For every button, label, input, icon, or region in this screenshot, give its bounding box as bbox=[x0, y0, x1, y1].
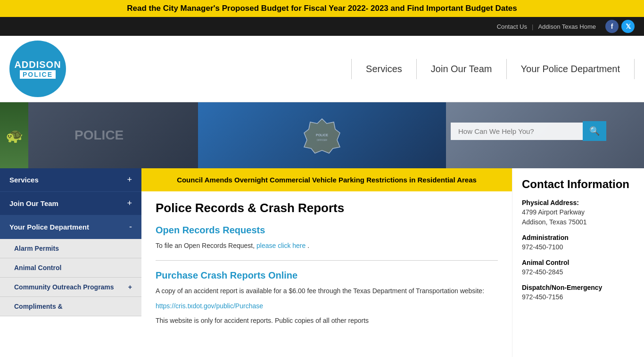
contact-field-2: Animal Control 972-450-2845 bbox=[522, 259, 635, 277]
nav-your-police-department[interactable]: Your Police Department bbox=[507, 59, 635, 79]
sidebar-sub-item-alarm-permits[interactable]: Alarm Permits bbox=[0, 239, 141, 258]
facebook-icon[interactable]: f bbox=[605, 20, 619, 33]
addison-home-link[interactable]: Addison Texas Home bbox=[538, 23, 596, 30]
svg-text:POLICE: POLICE bbox=[316, 133, 328, 137]
contact-value-3: 972-450-7156 bbox=[522, 292, 635, 302]
content-body: Police Records & Crash Reports Open Reco… bbox=[141, 191, 512, 341]
content-alert-text: Council Amends Overnight Commercial Vehi… bbox=[177, 176, 477, 184]
contact-heading: Contact Information bbox=[522, 178, 635, 191]
sidebar-expand-police-dept: - bbox=[129, 222, 132, 232]
contact-field-1: Administration 972-450-7100 bbox=[522, 234, 635, 252]
section-heading-open-records: Open Records Requests bbox=[156, 225, 498, 236]
logo-circle[interactable]: ADDISON POLICE bbox=[9, 41, 66, 97]
contact-label-0: Physical Address: bbox=[522, 199, 635, 206]
contact-us-link[interactable]: Contact Us bbox=[497, 23, 527, 30]
social-icons: f 𝕏 bbox=[605, 20, 635, 33]
sidebar-sub-label-compliments: Compliments & bbox=[14, 303, 63, 310]
sidebar-expand-join: + bbox=[127, 198, 132, 208]
contact-label-2: Animal Control bbox=[522, 259, 635, 266]
search-button[interactable]: 🔍 bbox=[583, 121, 606, 141]
section-divider bbox=[156, 260, 498, 261]
sidebar-sub-item-community-outreach[interactable]: Community Outreach Programs + bbox=[0, 278, 141, 297]
sidebar-expand-services: + bbox=[127, 175, 132, 185]
left-sidebar: Services + Join Our Team + Your Police D… bbox=[0, 168, 141, 357]
content-area: Council Amends Overnight Commercial Vehi… bbox=[141, 168, 512, 357]
utility-separator: | bbox=[532, 23, 533, 30]
section-heading-crash-reports: Purchase Crash Reports Online bbox=[156, 270, 498, 281]
nav-join-our-team[interactable]: Join Our Team bbox=[417, 59, 507, 79]
contact-value-1: 972-450-7100 bbox=[522, 242, 635, 252]
content-alert-banner[interactable]: Council Amends Overnight Commercial Vehi… bbox=[141, 168, 512, 191]
announcement-bar[interactable]: Read the City Manager's Proposed Budget … bbox=[0, 0, 644, 17]
contact-field-3: Dispatch/Non-Emergency 972-450-7156 bbox=[522, 284, 635, 302]
twitter-icon[interactable]: 𝕏 bbox=[621, 20, 635, 33]
sidebar-label-services: Services bbox=[9, 176, 39, 184]
sidebar-item-services[interactable]: Services + bbox=[0, 168, 141, 192]
sidebar-sub-label-community: Community Outreach Programs bbox=[14, 283, 114, 291]
site-header: ADDISON POLICE Services Join Our Team Yo… bbox=[0, 36, 644, 102]
contact-label-3: Dispatch/Non-Emergency bbox=[522, 284, 635, 291]
crash-reports-text: A copy of an accident report is availabl… bbox=[156, 286, 498, 296]
open-records-link[interactable]: please click here bbox=[256, 242, 305, 249]
sidebar-item-your-police-department[interactable]: Your Police Department - bbox=[0, 215, 141, 239]
crash-reports-url[interactable]: https://cris.txdot.gov/public/Purchase bbox=[156, 302, 498, 310]
sidebar-label-join: Join Our Team bbox=[9, 199, 58, 207]
open-records-suffix: . bbox=[307, 242, 309, 249]
sidebar-sub-label-alarm: Alarm Permits bbox=[14, 245, 59, 252]
sidebar-label-police-dept: Your Police Department bbox=[9, 223, 89, 231]
hero-turtle-figure: 🐢 bbox=[0, 102, 28, 168]
nav-services[interactable]: Services bbox=[351, 59, 417, 79]
contact-value-0: 4799 Airport ParkwayAddison, Texas 75001 bbox=[522, 207, 635, 227]
logo-addison-text: ADDISON bbox=[14, 59, 61, 70]
open-records-text: To file an Open Records Request, please … bbox=[156, 240, 498, 251]
contact-value-2: 972-450-2845 bbox=[522, 267, 635, 277]
svg-text:OFFICER: OFFICER bbox=[317, 139, 327, 141]
right-sidebar: Contact Information Physical Address: 47… bbox=[512, 168, 644, 357]
hero-banner: 🐢 POLICE OFFICER 🔍 bbox=[0, 102, 644, 168]
sidebar-item-join-our-team[interactable]: Join Our Team + bbox=[0, 192, 141, 215]
search-input[interactable] bbox=[451, 123, 583, 140]
logo-police-text: POLICE bbox=[20, 70, 56, 79]
open-records-intro: To file an Open Records Request, bbox=[156, 242, 256, 249]
contact-field-0: Physical Address: 4799 Airport ParkwayAd… bbox=[522, 199, 635, 227]
hero-search-area[interactable]: 🔍 bbox=[451, 121, 606, 141]
page-title: Police Records & Crash Reports bbox=[156, 201, 498, 215]
police-badge-icon: POLICE OFFICER bbox=[303, 116, 341, 154]
sidebar-sub-label-animal: Animal Control bbox=[14, 264, 61, 272]
utility-bar: Contact Us | Addison Texas Home f 𝕏 bbox=[0, 17, 644, 36]
contact-label-1: Administration bbox=[522, 234, 635, 241]
announcement-text: Read the City Manager's Proposed Budget … bbox=[127, 4, 517, 13]
crash-reports-extra: This website is only for accident report… bbox=[156, 315, 498, 326]
hero-image-2: POLICE OFFICER bbox=[198, 102, 446, 168]
sidebar-sub-item-animal-control[interactable]: Animal Control bbox=[0, 258, 141, 278]
hero-image-1: 🐢 bbox=[0, 102, 198, 168]
logo-area[interactable]: ADDISON POLICE bbox=[9, 41, 66, 97]
sidebar-sub-expand-community: + bbox=[128, 283, 132, 291]
sidebar-sub-item-compliments[interactable]: Compliments & bbox=[0, 297, 141, 316]
main-content: Services + Join Our Team + Your Police D… bbox=[0, 168, 644, 357]
main-nav: Services Join Our Team Your Police Depar… bbox=[351, 59, 635, 79]
